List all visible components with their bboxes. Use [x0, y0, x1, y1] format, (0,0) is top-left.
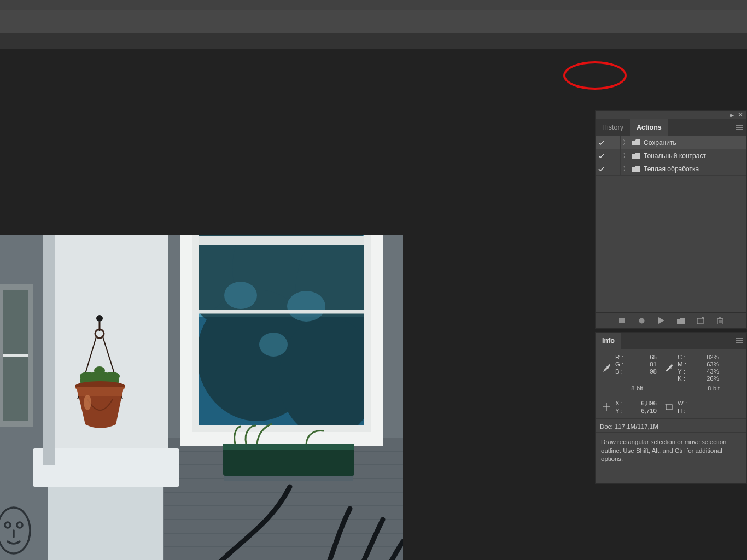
value-h — [692, 407, 722, 414]
svg-point-31 — [224, 282, 257, 309]
svg-rect-10 — [43, 235, 168, 465]
expand-chevron-icon[interactable]: 〉 — [621, 138, 631, 147]
play-icon[interactable] — [657, 317, 665, 324]
options-bar — [0, 10, 747, 33]
tab-info[interactable]: Info — [596, 332, 621, 349]
tool-hint: Draw rectangular selection or move selec… — [596, 433, 746, 479]
eyedropper-cmyk-icon[interactable] — [661, 354, 676, 382]
svg-point-44 — [80, 372, 95, 381]
panel-tabs: History Actions — [595, 119, 747, 136]
folder-icon — [631, 166, 641, 172]
action-label: Сохранить — [641, 139, 746, 147]
action-toggle[interactable] — [596, 149, 608, 162]
svg-point-33 — [259, 332, 288, 357]
svg-rect-11 — [33, 448, 179, 487]
stop-icon[interactable] — [618, 317, 626, 324]
annotation-ellipse — [563, 61, 627, 90]
label-r: R : — [615, 354, 628, 360]
new-action-icon[interactable] — [697, 317, 704, 324]
label-b: B : — [615, 368, 628, 375]
tab-actions[interactable]: Actions — [630, 119, 668, 136]
bits-left: 8-bit — [599, 385, 675, 392]
action-toggle[interactable] — [596, 162, 608, 175]
value-g: 81 — [629, 361, 660, 368]
opened-image — [0, 235, 403, 560]
spacer — [615, 375, 628, 382]
folder-icon — [631, 153, 641, 159]
crosshair-icon — [599, 400, 614, 414]
info-panel-tabs: Info — [595, 332, 747, 349]
action-dialog-toggle[interactable] — [608, 162, 621, 175]
svg-point-39 — [96, 315, 103, 322]
label-g: G : — [615, 361, 628, 368]
svg-rect-37 — [223, 444, 354, 450]
actions-list: 〉Сохранить〉Тональный контраст〉Теплая обр… — [596, 136, 746, 176]
folder-icon — [631, 139, 641, 145]
label-y: Y : — [678, 368, 691, 375]
svg-point-46 — [94, 366, 105, 375]
trash-icon[interactable] — [716, 317, 724, 324]
svg-point-49 — [84, 395, 91, 410]
label-h: H : — [678, 407, 691, 414]
value-y: 43% — [692, 368, 722, 375]
panel-menu-icon[interactable] — [732, 119, 746, 136]
svg-point-54 — [639, 318, 644, 323]
action-toggle[interactable] — [596, 136, 608, 149]
actions-footer — [596, 312, 746, 328]
action-row[interactable]: 〉Теплая обработка — [596, 162, 746, 176]
value-k: 26% — [692, 375, 722, 382]
canvas-area: ▸▸ ✕ History Actions 〉Сохранить〉Тональны… — [0, 49, 747, 560]
actions-panel-body: 〉Сохранить〉Тональный контраст〉Теплая обр… — [595, 136, 747, 329]
value-r: 65 — [629, 354, 660, 360]
new-set-icon[interactable] — [677, 317, 685, 324]
svg-point-32 — [287, 291, 325, 322]
panel-grip[interactable]: ▸▸ ✕ — [595, 110, 747, 119]
svg-rect-38 — [224, 476, 353, 481]
svg-point-30 — [279, 317, 377, 438]
value-x: 6,896 — [629, 400, 660, 406]
actions-empty-area — [596, 176, 746, 312]
expand-chevron-icon[interactable]: 〉 — [621, 151, 631, 160]
svg-point-45 — [104, 372, 120, 381]
expand-chevron-icon[interactable]: 〉 — [621, 165, 631, 173]
close-panel-icon[interactable]: ✕ — [738, 111, 743, 119]
label-w: W : — [678, 400, 691, 406]
svg-rect-13 — [43, 235, 55, 465]
svg-rect-68 — [666, 405, 672, 410]
doc-size: Doc: 117,1M/117,1M — [596, 419, 746, 433]
tab-history[interactable]: History — [596, 119, 630, 136]
value-ycoord: 6,710 — [629, 407, 660, 414]
svg-rect-53 — [619, 318, 625, 323]
record-icon[interactable] — [638, 317, 645, 324]
label-c: C : — [678, 354, 691, 360]
collapse-panel-icon[interactable]: ▸▸ — [730, 112, 732, 118]
info-panel-body: R : 65 C : 82% G : 81 M : 63% B : 98 Y :… — [595, 349, 747, 484]
value-c: 82% — [692, 354, 722, 360]
spacer — [629, 375, 660, 382]
svg-marker-55 — [658, 317, 664, 324]
action-dialog-toggle[interactable] — [608, 136, 621, 149]
eyedropper-rgb-icon[interactable] — [599, 354, 614, 382]
dimensions-icon — [661, 400, 676, 414]
label-k: K : — [678, 375, 691, 382]
value-m: 63% — [692, 361, 722, 368]
label-x: X : — [615, 400, 628, 406]
menubar-strip — [0, 0, 747, 10]
label-m: M : — [678, 361, 691, 368]
svg-rect-12 — [48, 487, 163, 560]
info-panel-menu-icon[interactable] — [732, 332, 746, 349]
action-label: Теплая обработка — [641, 165, 746, 173]
value-w — [692, 400, 722, 406]
label-ycoord: Y : — [615, 407, 628, 414]
action-row[interactable]: 〉Сохранить — [596, 136, 746, 149]
action-dialog-toggle[interactable] — [608, 149, 621, 162]
action-label: Тональный контраст — [641, 152, 746, 160]
document-tab-bar — [0, 33, 747, 50]
svg-rect-56 — [697, 318, 703, 324]
action-row[interactable]: 〉Тональный контраст — [596, 149, 746, 162]
bits-right: 8-bit — [675, 385, 747, 392]
value-b: 98 — [629, 368, 660, 375]
